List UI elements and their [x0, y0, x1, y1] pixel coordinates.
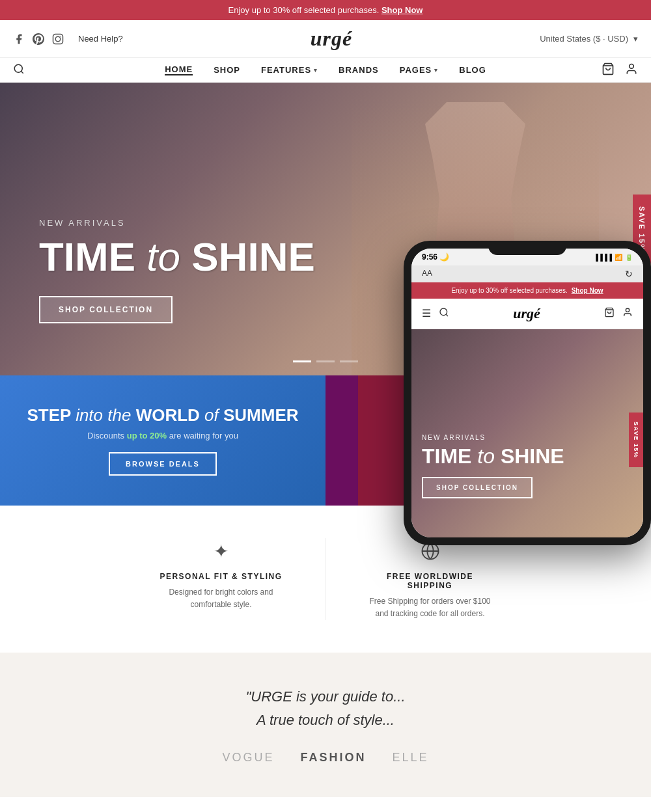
- feature-title-1: PERSONAL FIT & STYLING: [156, 572, 286, 581]
- account-icon[interactable]: [625, 62, 638, 78]
- hero-title-part1: TIME: [39, 234, 146, 279]
- phone-announcement-text: Enjoy up to 30% off selected purchases.: [451, 287, 567, 294]
- phone-hero-title: TIME to SHINE: [422, 445, 564, 468]
- wifi-icon: 📶: [615, 254, 622, 261]
- summer-subtitle: Discounts up to 20% are waiting for you: [87, 431, 238, 440]
- url-refresh[interactable]: ↻: [625, 269, 633, 279]
- phone-hero-cta[interactable]: SHOP COLLECTION: [422, 477, 533, 498]
- region-selector[interactable]: United States ($ · USD) ▾: [540, 34, 638, 44]
- phone-brand-logo: urgé: [513, 305, 540, 322]
- nav-pages[interactable]: PAGES ▾: [400, 65, 439, 75]
- hero-cta-button[interactable]: SHOP COLLECTION: [39, 296, 173, 323]
- elle-logo: ELLE: [392, 751, 428, 765]
- discount-highlight: up to 20%: [127, 431, 167, 440]
- browse-deals-button[interactable]: BROWSE DEALS: [109, 452, 217, 476]
- phone-nav-left-icons: ☰: [422, 307, 449, 320]
- pinterest-icon[interactable]: [33, 33, 44, 45]
- region-chevron: ▾: [633, 34, 638, 44]
- top-nav: Need Help? urgé United States ($ · USD) …: [0, 20, 651, 58]
- signal-icon: ▐▐▐▐: [594, 254, 612, 261]
- phone-notch: [488, 241, 566, 255]
- hero-dot-3[interactable]: [340, 360, 358, 362]
- purple-accent: [326, 375, 358, 506]
- feature-personal-styling: ✦ PERSONAL FIT & STYLING Designed for br…: [156, 538, 286, 620]
- phone-cart-icon[interactable]: [604, 307, 615, 320]
- vogue-logo: VOGUE: [222, 751, 274, 765]
- announcement-link[interactable]: Shop Now: [381, 5, 423, 15]
- svg-line-9: [446, 314, 448, 316]
- phone-status-icons: ▐▐▐▐ 📶 🔋: [594, 254, 633, 261]
- phone-hero-content: NEW ARRIVALS TIME to SHINE SHOP COLLECTI…: [422, 434, 564, 498]
- phone-hero: NEW ARRIVALS TIME to SHINE SHOP COLLECTI…: [411, 329, 643, 537]
- phone-menu-icon[interactable]: ☰: [422, 307, 431, 320]
- main-nav: HOME SHOP FEATURES ▾ BRANDS PAGES ▾ BLOG: [0, 58, 651, 83]
- nav-features[interactable]: FEATURES ▾: [261, 65, 318, 75]
- summer-title: STEP into the WORLD of SUMMER: [27, 405, 298, 426]
- phone-nav-right-icons: [604, 307, 633, 320]
- feature-divider: [326, 538, 326, 620]
- phone-time: 9:56 🌙: [422, 252, 449, 262]
- nav-shop[interactable]: SHOP: [214, 65, 240, 75]
- svg-point-11: [626, 308, 629, 312]
- brand-logo[interactable]: urgé: [311, 27, 352, 51]
- need-help-text[interactable]: Need Help?: [78, 34, 123, 44]
- nav-home[interactable]: HOME: [165, 64, 193, 75]
- phone-url-bar: AA ↻: [411, 265, 643, 282]
- phone-account-icon[interactable]: [622, 307, 633, 320]
- summer-left: STEP into the WORLD of SUMMER Discounts …: [0, 375, 326, 506]
- phone-inner: 9:56 🌙 ▐▐▐▐ 📶 🔋 AA ↻ Enjoy up to 30% off…: [411, 249, 643, 537]
- phone-search-icon[interactable]: [439, 307, 449, 320]
- phone-save-badge[interactable]: SAVE 15%: [629, 413, 643, 467]
- hero-title-part2: SHINE: [180, 234, 315, 279]
- svg-point-8: [440, 308, 447, 316]
- cart-icon[interactable]: [602, 62, 615, 78]
- phone-hero-subtitle: NEW ARRIVALS: [422, 434, 564, 441]
- svg-line-4: [21, 71, 23, 73]
- hero-dots: [293, 360, 358, 362]
- announcement-text: Enjoy up to 30% off selected purchases.: [229, 5, 380, 15]
- svg-rect-0: [53, 34, 63, 44]
- quote-text: "URGE is your guide to...A true touch of…: [39, 685, 612, 731]
- feature-shipping: FREE WORLDWIDE SHIPPING Free Shipping fo…: [365, 538, 495, 620]
- feature-desc-2: Free Shipping for orders over $100 and t…: [365, 595, 495, 620]
- instagram-icon[interactable]: [52, 33, 64, 45]
- quote-section: "URGE is your guide to...A true touch of…: [0, 653, 651, 796]
- url-aa: AA: [422, 269, 432, 279]
- phone-announcement-link[interactable]: Shop Now: [572, 287, 603, 294]
- brand-logos: VOGUE FASHION ELLE: [39, 751, 612, 765]
- search-icon[interactable]: [13, 63, 25, 77]
- svg-point-6: [630, 64, 634, 68]
- phone-announcement: Enjoy up to 30% off selected purchases. …: [411, 282, 643, 299]
- nav-blog[interactable]: BLOG: [459, 65, 486, 75]
- hero-content: NEW ARRIVALS TIME to SHINE SHOP COLLECTI…: [39, 218, 315, 323]
- svg-point-3: [14, 64, 22, 72]
- nav-icons: [602, 62, 638, 78]
- shop-category-section: SHOP by Ca: [0, 797, 651, 812]
- nav-brands[interactable]: BRANDS: [339, 65, 379, 75]
- phone-mockup: 9:56 🌙 ▐▐▐▐ 📶 🔋 AA ↻ Enjoy up to 30% off…: [404, 241, 651, 545]
- feature-desc-1: Designed for bright colors and comfortab…: [156, 586, 286, 611]
- hero-title: TIME to SHINE: [39, 236, 315, 278]
- styling-icon: ✦: [208, 538, 234, 564]
- svg-point-1: [55, 36, 61, 42]
- svg-point-2: [60, 36, 61, 37]
- feature-title-2: FREE WORLDWIDE SHIPPING: [365, 572, 495, 590]
- phone-nav: ☰ urgé: [411, 299, 643, 329]
- battery-icon: 🔋: [625, 254, 633, 261]
- region-text: United States ($ · USD): [540, 34, 628, 44]
- announcement-bar: Enjoy up to 30% off selected purchases. …: [0, 0, 651, 20]
- hero-dot-1[interactable]: [293, 360, 311, 362]
- nav-links: HOME SHOP FEATURES ▾ BRANDS PAGES ▾ BLOG: [165, 64, 486, 75]
- facebook-icon[interactable]: [13, 33, 25, 45]
- hero-dot-2[interactable]: [316, 360, 335, 362]
- fashion-logo: FASHION: [300, 751, 366, 765]
- social-icons: Need Help?: [13, 33, 123, 45]
- hero-title-italic: to: [146, 234, 180, 279]
- hero-subtitle: NEW ARRIVALS: [39, 218, 315, 228]
